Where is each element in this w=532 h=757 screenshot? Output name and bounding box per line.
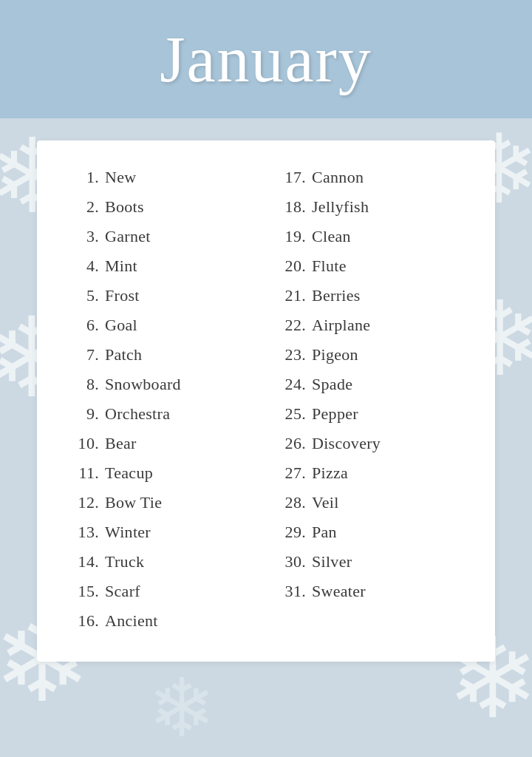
list-item: 16.Ancient [66, 606, 259, 636]
item-label: Clean [312, 227, 351, 246]
item-label: Pan [312, 523, 337, 542]
list-item: 22.Airplane [273, 310, 466, 340]
item-label: Cannon [312, 168, 364, 187]
item-label: Snowboard [105, 375, 181, 394]
left-column: 1.New2.Boots3.Garnet4.Mint5.Frost6.Goal7… [66, 163, 259, 636]
list-item: 21.Berries [273, 281, 466, 310]
item-number: 28. [273, 493, 312, 512]
item-number: 1. [66, 168, 105, 187]
item-number: 17. [273, 168, 312, 187]
item-label: Sweater [312, 582, 366, 601]
item-label: Pizza [312, 464, 348, 483]
list-item: 29.Pan [273, 517, 466, 547]
item-label: Mint [105, 257, 137, 276]
list-item: 24.Spade [273, 370, 466, 399]
item-label: Silver [312, 552, 352, 571]
list-item: 2.Boots [66, 192, 259, 222]
list-item: 25.Pepper [273, 399, 466, 429]
list-item: 5.Frost [66, 281, 259, 310]
list-item: 4.Mint [66, 251, 259, 281]
item-number: 24. [273, 375, 312, 394]
list-item: 19.Clean [273, 222, 466, 251]
item-number: 4. [66, 257, 105, 276]
item-number: 9. [66, 404, 105, 424]
list-item: 18.Jellyfish [273, 192, 466, 222]
item-number: 7. [66, 345, 105, 364]
item-label: Pepper [312, 404, 358, 424]
header: January [0, 0, 532, 118]
item-label: Frost [105, 286, 140, 305]
item-label: Flute [312, 257, 347, 276]
item-number: 31. [273, 582, 312, 601]
page-title: January [160, 22, 372, 97]
item-number: 19. [273, 227, 312, 246]
item-number: 15. [66, 582, 105, 601]
list-item: 23.Pigeon [273, 340, 466, 370]
item-number: 2. [66, 197, 105, 217]
item-label: Scarf [105, 582, 140, 601]
list-item: 7.Patch [66, 340, 259, 370]
list-item: 12.Bow Tie [66, 488, 259, 517]
item-label: Garnet [105, 227, 151, 246]
list-item: 11.Teacup [66, 458, 259, 488]
list-grid: 1.New2.Boots3.Garnet4.Mint5.Frost6.Goal7… [66, 163, 466, 636]
list-item: 6.Goal [66, 310, 259, 340]
item-number: 5. [66, 286, 105, 305]
list-item: 26.Discovery [273, 429, 466, 458]
item-label: Pigeon [312, 345, 358, 364]
list-item: 8.Snowboard [66, 370, 259, 399]
item-label: Bear [105, 434, 137, 453]
item-label: Berries [312, 286, 361, 305]
item-number: 22. [273, 316, 312, 335]
right-column: 17.Cannon18.Jellyfish19.Clean20.Flute21.… [273, 163, 466, 636]
item-number: 12. [66, 493, 105, 512]
item-label: Goal [105, 316, 137, 335]
list-item: 10.Bear [66, 429, 259, 458]
item-label: Orchestra [105, 404, 170, 424]
item-label: Jellyfish [312, 197, 369, 217]
item-label: Airplane [312, 316, 370, 335]
list-item: 30.Silver [273, 547, 466, 577]
item-label: New [105, 168, 136, 187]
item-number: 13. [66, 523, 105, 542]
list-item: 14.Truck [66, 547, 259, 577]
item-number: 26. [273, 434, 312, 453]
item-label: Teacup [105, 464, 153, 483]
item-label: Truck [105, 552, 144, 571]
item-number: 18. [273, 197, 312, 217]
item-label: Ancient [105, 611, 158, 631]
item-label: Bow Tie [105, 493, 162, 512]
item-number: 30. [273, 552, 312, 571]
item-number: 6. [66, 316, 105, 335]
item-label: Patch [105, 345, 142, 364]
list-item: 31.Sweater [273, 577, 466, 606]
item-label: Spade [312, 375, 352, 394]
list-item: 28.Veil [273, 488, 466, 517]
item-number: 14. [66, 552, 105, 571]
list-item: 1.New [66, 163, 259, 192]
list-item: 3.Garnet [66, 222, 259, 251]
item-number: 8. [66, 375, 105, 394]
item-number: 20. [273, 257, 312, 276]
item-label: Veil [312, 493, 339, 512]
item-number: 10. [66, 434, 105, 453]
background-area: ❄ ❄ ❄ ❄ ❄ ❄ ❄ 1.New2.Boots3.Garnet4.Mint… [0, 118, 532, 757]
item-number: 29. [273, 523, 312, 542]
item-number: 27. [273, 464, 312, 483]
item-number: 25. [273, 404, 312, 424]
list-item: 15.Scarf [66, 577, 259, 606]
list-item: 13.Winter [66, 517, 259, 547]
item-label: Winter [105, 523, 151, 542]
item-number: 21. [273, 286, 312, 305]
item-label: Discovery [312, 434, 381, 453]
item-label: Boots [105, 197, 144, 217]
item-number: 16. [66, 611, 105, 631]
list-item: 20.Flute [273, 251, 466, 281]
snowflake-bottom-mid: ❄ [148, 668, 216, 750]
item-number: 23. [273, 345, 312, 364]
list-item: 17.Cannon [273, 163, 466, 192]
list-item: 27.Pizza [273, 458, 466, 488]
list-item: 9.Orchestra [66, 399, 259, 429]
list-card: 1.New2.Boots3.Garnet4.Mint5.Frost6.Goal7… [37, 140, 495, 662]
item-number: 11. [66, 464, 105, 483]
